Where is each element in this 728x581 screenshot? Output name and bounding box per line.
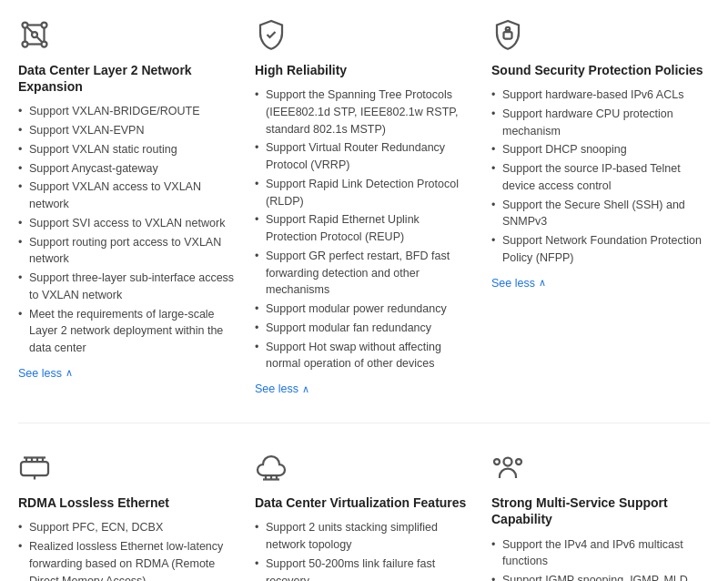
list-item: Support the source IP-based Telnet devic… [491, 159, 710, 196]
list-item: Support the Spanning Tree Protocols (IEE… [255, 86, 473, 138]
list-item: Support Anycast-gateway [18, 159, 237, 178]
shield-lock-icon [491, 18, 524, 51]
svg-point-0 [23, 23, 28, 28]
card-rdma-lossless: RDMA Lossless EthernetSupport PFC, ECN, … [18, 451, 237, 581]
card-title: RDMA Lossless Ethernet [18, 494, 237, 511]
svg-line-9 [27, 27, 33, 33]
card-title: Data Center Layer 2 Network Expansion [18, 62, 237, 95]
list-item: Realized lossless Ethernet low-latency f… [18, 537, 237, 581]
list-item: Support PFC, ECN, DCBX [18, 518, 237, 537]
list-item: Support three-layer sub-interface access… [18, 269, 237, 305]
svg-point-4 [42, 42, 47, 47]
shield-check-icon [255, 18, 288, 51]
card-sound-security: Sound Security Protection PoliciesSuppor… [491, 18, 710, 395]
list-item: Support VXLAN access to VXLAN network [18, 178, 237, 214]
list-item: Meet the requirements of large-scale Lay… [18, 305, 237, 358]
list-item: Support VXLAN-BRIDGE/ROUTE [18, 102, 237, 121]
svg-point-3 [23, 42, 28, 47]
list-item: Support 2 units stacking simplified netw… [255, 518, 473, 555]
card-title: Data Center Virtualization Features [255, 494, 473, 511]
list-item: Support the Secure Shell (SSH) and SNMPv… [491, 196, 710, 232]
svg-rect-14 [21, 462, 48, 475]
svg-point-29 [516, 459, 521, 464]
cloud-network-icon [255, 451, 288, 484]
see-less-button[interactable]: See less [18, 367, 237, 380]
svg-point-28 [494, 459, 500, 464]
card-title: Strong Multi-Service Support Capability [491, 494, 710, 527]
svg-point-27 [504, 458, 512, 466]
card-list: Support VXLAN-BRIDGE/ROUTESupport VXLAN-… [18, 102, 237, 358]
list-item: Support Hot swap without affecting norma… [255, 338, 473, 374]
list-item: Support Rapid Ethernet Uplink Protection… [255, 210, 473, 247]
card-list: Support PFC, ECN, DCBXRealized lossless … [18, 518, 237, 581]
svg-rect-11 [504, 32, 512, 39]
ethernet-icon [18, 451, 51, 484]
list-item: Support routing port access to VXLAN net… [18, 233, 237, 270]
list-item: Support Rapid Link Detection Protocol (R… [255, 175, 473, 211]
card-list: Support the Spanning Tree Protocols (IEE… [255, 86, 473, 373]
list-item: Support IGMP snooping, IGMP, MLD, PIM, M… [491, 571, 710, 581]
card-high-reliability: High ReliabilitySupport the Spanning Tre… [255, 18, 473, 395]
card-list: Support 2 units stacking simplified netw… [255, 518, 473, 581]
network-icon [18, 18, 51, 51]
svg-point-2 [32, 32, 37, 37]
list-item: Support Virtual Router Redundancy Protoc… [255, 138, 473, 175]
list-item: Support hardware CPU protection mechanis… [491, 105, 710, 141]
svg-line-10 [36, 36, 42, 42]
list-item: Support 50-200ms link failure fast recov… [255, 555, 473, 581]
card-list: Support the IPv4 and IPv6 multicast func… [491, 535, 710, 581]
see-less-button[interactable]: See less [255, 382, 473, 395]
list-item: Support modular power redundancy [255, 300, 473, 319]
card-dc-virtualization: Data Center Virtualization FeaturesSuppo… [255, 451, 473, 581]
feature-grid: Data Center Layer 2 Network ExpansionSup… [18, 18, 710, 581]
svg-point-1 [42, 23, 47, 28]
list-item: Support modular fan redundancy [255, 319, 473, 338]
card-list: Support hardware-based IPv6 ACLsSupport … [491, 86, 710, 268]
list-item: Support the IPv4 and IPv6 multicast func… [491, 535, 710, 572]
list-item: Support GR perfect restart, BFD fast for… [255, 247, 473, 300]
list-item: Support DHCP snooping [491, 140, 710, 159]
list-item: Support SVI access to VXLAN network [18, 214, 237, 233]
list-item: Support VXLAN-EVPN [18, 121, 237, 140]
list-item: Support VXLAN static routing [18, 140, 237, 159]
see-less-button[interactable]: See less [491, 277, 710, 290]
user-network-icon [491, 451, 524, 484]
card-data-center-l2: Data Center Layer 2 Network ExpansionSup… [18, 18, 237, 395]
row-divider [18, 423, 710, 423]
list-item: Support hardware-based IPv6 ACLs [491, 86, 710, 105]
card-strong-multiservice: Strong Multi-Service Support CapabilityS… [491, 451, 710, 581]
card-title: Sound Security Protection Policies [491, 62, 710, 78]
list-item: Support Network Foundation Protection Po… [491, 231, 710, 268]
card-title: High Reliability [255, 62, 473, 78]
